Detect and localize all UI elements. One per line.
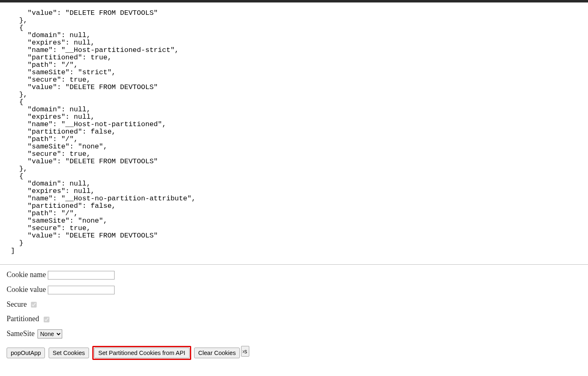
cookie-value-input[interactable]: [48, 286, 115, 294]
cookie-name-input[interactable]: [48, 271, 115, 280]
cookie-value-row: Cookie value: [7, 285, 581, 294]
secure-label: Secure: [7, 300, 27, 309]
divider: [0, 264, 588, 265]
cookie-form: Cookie name Cookie value Secure Partitio…: [0, 270, 588, 369]
secure-row: Secure: [7, 300, 581, 309]
popout-button[interactable]: popOutApp: [7, 348, 45, 358]
json-output: "value": "DELETE FROM DEVTOOLS" }, { "do…: [0, 9, 588, 257]
button-row: popOutApp Set Cookies Set Partitioned Co…: [7, 346, 581, 360]
partitioned-row: Partitioned: [7, 315, 581, 324]
partitioned-label: Partitioned: [7, 315, 39, 323]
samesite-row: SameSite NoneLaxStrict: [7, 329, 581, 338]
clear-cookies-button[interactable]: Clear Cookies: [194, 348, 240, 358]
cookie-name-label: Cookie name: [7, 270, 46, 279]
cookie-name-row: Cookie name: [7, 270, 581, 280]
samesite-label: SameSite: [7, 329, 35, 338]
secure-checkbox[interactable]: [31, 302, 37, 308]
partitioned-checkbox[interactable]: [44, 317, 49, 322]
browser-top-bar: [0, 0, 588, 2]
trail-fragment: ›s: [241, 346, 249, 357]
highlight-box: Set Partitioned Cookies from API: [92, 346, 191, 360]
cookie-value-label: Cookie value: [7, 285, 46, 294]
samesite-select[interactable]: NoneLaxStrict: [37, 329, 62, 338]
set-partitioned-cookies-button[interactable]: Set Partitioned Cookies from API: [94, 348, 189, 358]
set-cookies-button[interactable]: Set Cookies: [49, 348, 89, 358]
